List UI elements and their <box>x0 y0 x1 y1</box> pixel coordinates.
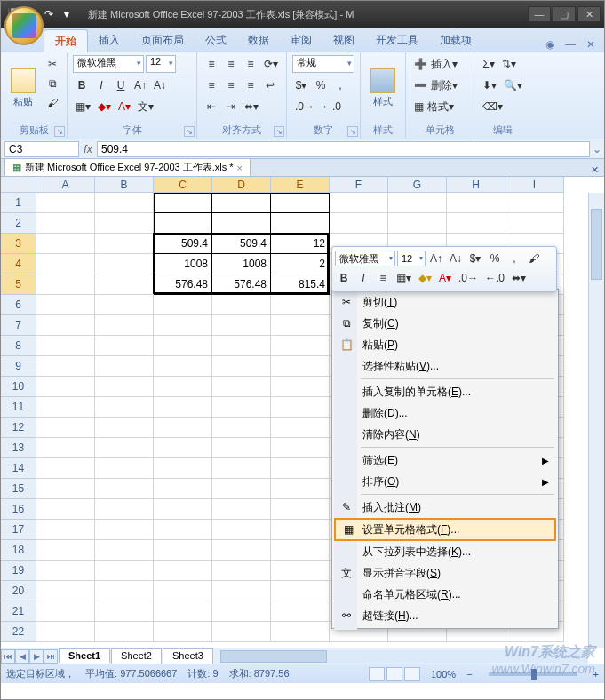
cell[interactable] <box>271 315 330 336</box>
cell[interactable] <box>95 193 154 213</box>
format-cells-button[interactable]: ▦ 格式 ▾ <box>411 98 468 115</box>
grow-font-button[interactable]: A↑ <box>131 76 149 94</box>
fill-button[interactable]: ⬇▾ <box>480 76 499 94</box>
cell[interactable] <box>36 234 95 254</box>
cell[interactable] <box>36 581 95 601</box>
cell[interactable] <box>271 622 330 642</box>
increase-indent-button[interactable]: ⇥ <box>222 98 240 115</box>
minimize-button[interactable]: — <box>528 6 551 22</box>
zoom-slider[interactable] <box>489 672 577 676</box>
cell[interactable] <box>36 601 95 622</box>
orientation-button[interactable]: ⟳▾ <box>261 55 281 73</box>
row-header[interactable]: 22 <box>1 622 36 642</box>
mini-align-center-button[interactable]: ≡ <box>374 269 392 287</box>
mini-italic-button[interactable]: I <box>354 269 372 287</box>
cell[interactable] <box>271 601 330 622</box>
cell[interactable] <box>212 356 271 377</box>
cell[interactable] <box>95 377 154 397</box>
cell[interactable] <box>212 193 271 213</box>
menu-item[interactable]: 筛选(E)▶ <box>334 449 556 471</box>
cell[interactable] <box>388 213 447 234</box>
cell[interactable] <box>154 520 212 540</box>
row-header[interactable]: 13 <box>1 438 36 458</box>
ribbon-tab-公式[interactable]: 公式 <box>195 29 237 52</box>
row-header[interactable]: 20 <box>1 581 36 601</box>
mini-font-color-button[interactable]: A▾ <box>436 269 454 287</box>
align-middle-button[interactable]: ≡ <box>222 55 240 73</box>
cell[interactable] <box>36 540 95 561</box>
cell[interactable] <box>36 418 95 438</box>
cell[interactable] <box>95 213 154 234</box>
cell[interactable] <box>36 397 95 418</box>
mini-comma-button[interactable]: , <box>505 250 523 267</box>
menu-item[interactable]: 排序(O)▶ <box>334 471 556 492</box>
cell[interactable] <box>212 336 271 356</box>
last-sheet-button[interactable]: ⏭ <box>44 649 58 664</box>
cell[interactable] <box>212 213 271 234</box>
cell[interactable] <box>95 540 154 561</box>
cell[interactable] <box>36 499 95 520</box>
qat-more-icon[interactable]: ▾ <box>60 7 74 21</box>
menu-item[interactable]: 选择性粘贴(V)... <box>334 355 556 377</box>
mini-format-painter-button[interactable]: 🖌 <box>525 250 543 267</box>
ribbon-help-icon[interactable]: ◉ <box>542 36 558 52</box>
first-sheet-button[interactable]: ⏮ <box>1 649 15 664</box>
cell[interactable] <box>271 356 330 377</box>
cell[interactable]: 2 <box>271 254 330 274</box>
row-header[interactable]: 9 <box>1 356 36 377</box>
ribbon-tab-审阅[interactable]: 审阅 <box>280 29 322 52</box>
cell[interactable] <box>36 356 95 377</box>
ribbon-tab-视图[interactable]: 视图 <box>322 29 365 52</box>
mini-percent-button[interactable]: % <box>486 250 504 267</box>
ribbon-tab-数据[interactable]: 数据 <box>237 29 280 52</box>
cell[interactable] <box>95 254 154 274</box>
mini-grow-font-button[interactable]: A↑ <box>427 250 445 267</box>
cell[interactable] <box>271 458 330 479</box>
row-header[interactable]: 7 <box>1 315 36 336</box>
cell[interactable] <box>271 213 330 234</box>
scrollbar-thumb[interactable] <box>591 209 602 280</box>
cell[interactable] <box>36 458 95 479</box>
cell[interactable]: 12 <box>271 234 330 254</box>
cell[interactable] <box>271 336 330 356</box>
cell[interactable] <box>95 438 154 458</box>
cell[interactable] <box>36 213 95 234</box>
cell[interactable] <box>154 397 212 418</box>
ribbon-tab-开发工具[interactable]: 开发工具 <box>365 29 429 52</box>
column-header[interactable]: B <box>95 177 154 193</box>
cell[interactable] <box>271 540 330 561</box>
row-header[interactable]: 10 <box>1 377 36 397</box>
cell[interactable] <box>271 193 330 213</box>
cell[interactable] <box>212 458 271 479</box>
cell[interactable] <box>271 520 330 540</box>
align-right-button[interactable]: ≡ <box>242 76 259 94</box>
ribbon-tab-开始[interactable]: 开始 <box>44 29 88 52</box>
workbook-close-icon[interactable]: ✕ <box>585 164 604 176</box>
sheet-tab[interactable]: Sheet1 <box>59 648 110 664</box>
cell[interactable]: 1008 <box>154 254 212 274</box>
menu-item[interactable]: 从下拉列表中选择(K)... <box>334 541 556 562</box>
select-all-corner[interactable] <box>1 177 36 193</box>
column-header[interactable]: E <box>271 177 330 193</box>
ribbon-minimize-icon[interactable]: — <box>561 36 579 52</box>
row-header[interactable]: 12 <box>1 418 36 438</box>
cell[interactable] <box>95 561 154 581</box>
mini-size-select[interactable]: 12▾ <box>397 251 426 266</box>
merge-button[interactable]: ⬌▾ <box>242 98 261 115</box>
row-header[interactable]: 3 <box>1 234 36 254</box>
align-center-button[interactable]: ≡ <box>222 76 240 94</box>
cell[interactable] <box>36 315 95 336</box>
mini-increase-decimal-button[interactable]: .0→ <box>456 269 481 287</box>
mini-shrink-font-button[interactable]: A↓ <box>447 250 465 267</box>
cell[interactable] <box>212 315 271 336</box>
column-header[interactable]: G <box>388 177 447 193</box>
page-break-view-button[interactable] <box>404 667 420 681</box>
cell[interactable] <box>95 581 154 601</box>
font-color-button[interactable]: A▾ <box>115 98 133 115</box>
cell[interactable] <box>36 561 95 581</box>
number-format-select[interactable]: 常规▾ <box>292 55 354 73</box>
align-left-button[interactable]: ≡ <box>203 76 220 94</box>
cell[interactable] <box>154 193 212 213</box>
paste-button[interactable]: 粘贴 <box>6 55 40 122</box>
cell[interactable] <box>36 377 95 397</box>
